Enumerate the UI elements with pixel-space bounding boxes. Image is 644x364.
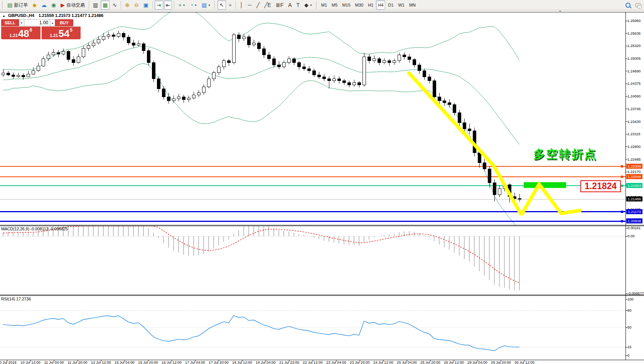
cursor-button[interactable]: ↖: [217, 0, 226, 10]
time-tick-label: 25 Jul 20:00: [420, 360, 440, 364]
new-order-icon: ▤: [7, 2, 12, 8]
buy-button[interactable]: BUY: [55, 19, 73, 26]
time-tick-label: 30 Jul 12:00: [514, 360, 534, 364]
arrows-button[interactable]: ◆▼: [302, 0, 314, 10]
sell-price[interactable]: 1.21 48 6: [1, 27, 40, 39]
fibonacci-button[interactable]: ≣F: [274, 0, 285, 10]
price-tick-label: 1.21540: [627, 195, 641, 199]
sell-price-main: 48: [18, 29, 29, 39]
arrows-icon: ◆: [304, 2, 309, 8]
vertical-line-button[interactable]: │: [238, 0, 245, 10]
search-icon: [625, 3, 631, 8]
sell-button[interactable]: SELL: [1, 19, 19, 26]
timeframe-h1[interactable]: H1: [366, 0, 375, 10]
periods-button[interactable]: ◔▼: [188, 0, 199, 10]
sell-price-prefix: 1.21: [9, 33, 17, 38]
fibonacci-icon: ≣F: [276, 2, 283, 8]
bar-chart-icon: ▥: [93, 2, 98, 8]
toolbar: ▤新订单◆☁◉▶自动交易▥▦∿⊕⊖▣⇥⇤+▼◔▼▨▼↖+│─╱╱E≣FAT◆▼M…: [0, 0, 644, 10]
toolbar-button-label: 新订单: [14, 2, 28, 8]
candlestick-chart-icon: ▦: [103, 2, 108, 8]
time-tick-label: 11 Jul 20:00: [67, 360, 87, 364]
toolbar-grip: [316, 2, 318, 8]
search-button[interactable]: [624, 0, 632, 10]
price-tick-label: 1.24060: [627, 94, 641, 98]
price-tick-label: 1.21225: [627, 207, 641, 211]
zoom-out-icon: ⊖: [134, 2, 139, 8]
time-tick-label: 10 Jul 12:00: [20, 360, 40, 364]
time-tick-label: 18 Jul 12:00: [232, 360, 252, 364]
time-tick-label: 24 Jul 12:00: [373, 360, 393, 364]
tile-windows-button[interactable]: ▣: [142, 0, 150, 10]
time-tick-label: 26 Jul 12:00: [444, 360, 464, 364]
price-tick-label: 1.25005: [627, 56, 641, 60]
dropdown-caret-icon: ▼: [183, 4, 185, 7]
chat-button[interactable]: [633, 0, 643, 10]
timeframe-mn[interactable]: MN: [407, 0, 418, 10]
text-button[interactable]: A: [286, 0, 293, 10]
signals-icon-button[interactable]: ◉: [49, 0, 58, 10]
buy-price[interactable]: 1.21 54 5: [42, 27, 81, 39]
text-label-icon: T: [297, 2, 300, 8]
toolbar-separator: [89, 1, 89, 9]
auto-trading-button[interactable]: ▶自动交易: [59, 0, 87, 10]
time-tick-label: 16 Jul 12:00: [162, 360, 182, 364]
cloud-account-icon-button[interactable]: ☁: [39, 0, 49, 10]
line-chart-button[interactable]: ∿: [110, 0, 119, 10]
chart-canvas[interactable]: [0, 12, 625, 360]
price-tick-label: 1.24690: [627, 69, 641, 73]
price-tick-label: 1.24375: [627, 81, 641, 86]
chart-shift-button[interactable]: ⇤: [164, 0, 172, 10]
candlestick-chart-button[interactable]: ▦: [101, 0, 110, 10]
new-order-button[interactable]: ▤新订单: [5, 0, 30, 10]
rsi-axis-label: 15: [627, 345, 632, 349]
macd-axis-label: -0.008577: [627, 291, 644, 295]
equidistant-channel-button[interactable]: ╱E: [262, 0, 273, 10]
time-tick-label: 29 Jul 20:00: [491, 360, 511, 364]
vertical-line-icon: │: [240, 2, 243, 8]
tile-windows-icon: ▣: [143, 2, 148, 8]
price-tick-label: 1.25950: [627, 18, 641, 23]
timeframe-m30[interactable]: M30: [353, 0, 365, 10]
text-label-button[interactable]: T: [295, 0, 302, 10]
toolbar-separator: [121, 1, 121, 9]
time-tick-label: 10 Jul 2019: [0, 360, 17, 364]
bar-chart-button[interactable]: ▥: [91, 0, 100, 10]
auto-scroll-button[interactable]: ⇥: [155, 0, 163, 10]
add-indicator-button[interactable]: +▼: [176, 0, 187, 10]
volume-input[interactable]: [24, 19, 50, 26]
crosshair-icon: +: [229, 2, 232, 8]
trendline-button[interactable]: ╱: [255, 0, 261, 10]
price-tick-label: 1.22800: [627, 144, 641, 149]
volume-increase-button[interactable]: ▲: [50, 19, 55, 26]
horizontal-line-button[interactable]: ─: [246, 0, 254, 10]
time-tick-label: 17 Jul 04:00: [185, 360, 205, 364]
line-chart-icon: ∿: [112, 2, 117, 8]
zoom-out-button[interactable]: ⊖: [132, 0, 141, 10]
trendline-icon: ╱: [256, 2, 260, 8]
timeframe-m1[interactable]: M1: [319, 0, 329, 10]
template-icon: ▨: [202, 2, 207, 8]
price-tick-label: 1.22485: [627, 157, 641, 161]
crosshair-button[interactable]: +: [227, 0, 234, 10]
timeframe-m5[interactable]: M5: [330, 0, 339, 10]
price-level-chip: 1.21486: [626, 196, 642, 201]
template-button[interactable]: ▨▼: [200, 0, 212, 10]
volume-decrease-button[interactable]: ▼: [19, 19, 24, 26]
price-tick-label: 1.25320: [627, 44, 641, 48]
timeframe-w1[interactable]: W1: [396, 0, 406, 10]
timeframe-d1[interactable]: D1: [386, 0, 395, 10]
zoom-in-button[interactable]: ⊕: [123, 0, 131, 10]
toolbar-separator: [174, 1, 174, 9]
timeframe-m15[interactable]: M15: [340, 0, 352, 10]
timeframe-h4[interactable]: H4: [376, 0, 385, 10]
deposit-icon-button[interactable]: ◆: [30, 0, 39, 10]
buy-price-prefix: 1.21: [50, 33, 58, 38]
deposit-icon-icon: ◆: [32, 2, 37, 8]
toolbar-grip: [214, 2, 216, 8]
buy-price-main: 54: [58, 29, 69, 39]
price-tick-label: 1.25635: [627, 31, 641, 35]
price-level-chip: 1.21824: [626, 183, 642, 188]
text-icon: A: [288, 2, 292, 8]
signals-icon-icon: ◉: [51, 2, 56, 8]
